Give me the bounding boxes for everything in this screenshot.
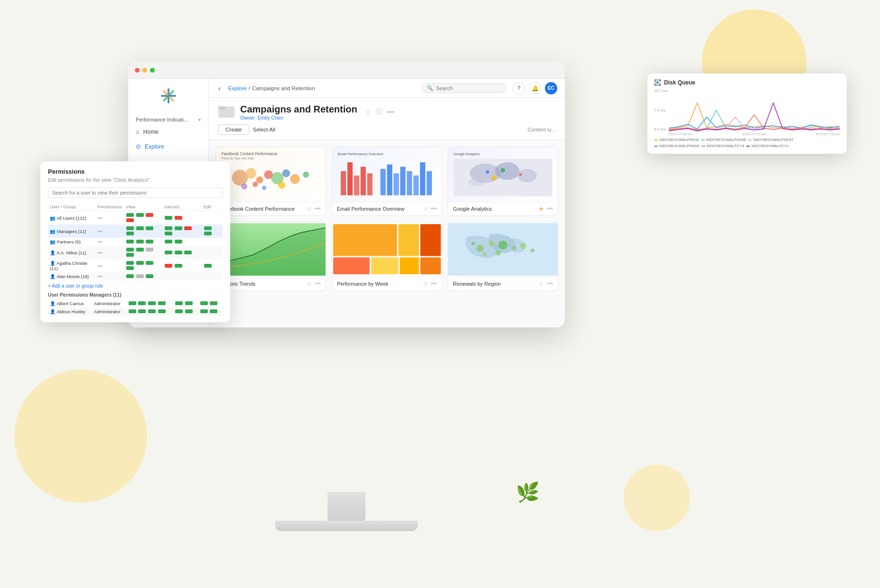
svg-rect-28 [393,173,399,195]
perm-row-managers[interactable]: 👥 Managers (11) ••• [48,224,223,238]
explore-icon: ⊙ [136,143,141,150]
badge-i2 [175,240,182,243]
card-google-more[interactable]: ••• [547,205,553,212]
svg-point-55 [498,241,507,250]
owner-name[interactable]: Emily Chen [258,115,283,121]
badge-i1 [175,309,183,313]
create-button[interactable]: Create [218,124,249,135]
dq-x-labels: 8/15/19 5:40 am 8/15/19 5:35 am 8/15/19 … [668,132,840,136]
user-perms-label: User Permissions Managers (11) [48,292,223,298]
card-google-star[interactable]: ★ [539,205,544,212]
user-icon: 👥 [50,239,56,244]
card-facebook[interactable]: Facebook Content Performance Posts by Ty… [215,147,326,216]
star-title-icon[interactable]: ☆ [365,108,371,116]
card-email-star[interactable]: ☆ [423,205,428,212]
search-box[interactable]: 🔍 [421,83,507,93]
sidebar-item-home[interactable]: ⌂ Home [128,124,208,139]
row-dots[interactable]: ••• [97,274,103,279]
svg-text:Posts by Type and Date: Posts by Type and Date [221,157,254,160]
user-perms-section: User Permissions Managers (11) 👤 Albert … [48,292,223,316]
svg-point-37 [495,162,520,180]
browser-dot-minimize[interactable] [142,68,147,73]
card-email-footer: Email Performance Overview ☆ ••• [332,202,442,215]
card-facebook-more[interactable]: ••• [315,205,321,212]
badge-i1 [165,251,172,254]
legend-dot-3 [748,140,752,140]
sidebar-item-explore[interactable]: ⊙ Explore [128,139,208,154]
row-dots[interactable]: ••• [97,263,103,269]
perm-row-all-users[interactable]: 👥 All Users (122) ••• [48,211,223,225]
select-all-button[interactable]: Select All [253,127,275,132]
svg-point-17 [253,182,258,187]
add-user-link[interactable]: + Add a user or group rule [48,283,223,289]
badge-i2 [185,301,193,305]
app-right: ‹ Explore / Campaigns and Retention 🔍 [209,79,565,327]
row-dots[interactable]: ••• [97,250,103,255]
col-permissions: Permissions [95,203,124,211]
card-performance-week-footer: Performance by Week ☆ ••• [332,277,442,290]
perm-row-agatha[interactable]: 👤 Agatha Christie (11) ••• [48,259,223,272]
card-renewals-more[interactable]: ••• [547,280,553,287]
search-input[interactable] [436,85,498,91]
browser-dot-close[interactable] [135,68,140,73]
dq-y-labels: 15.7 ms 7.0 ms 0.0 ms [654,89,667,131]
card-historic-more[interactable]: ••• [315,280,321,287]
badge-i1 [165,226,172,230]
card-historic-footer: Historic Trends ☆ ••• [216,277,326,290]
card-historic-thumb [216,222,326,277]
card-performance-week-thumb [332,222,442,277]
card-google-thumb: Google Analytics [448,147,558,202]
user-icon: 👥 [50,215,56,221]
badge-v3 [148,301,156,305]
card-email-thumb: Email Performance Overview [332,147,442,202]
info-icon[interactable]: ⓘ [376,108,383,116]
card-historic[interactable]: Historic Trends ☆ ••• [215,222,326,291]
perm-row-aa-milne[interactable]: 👤 A.A. Milne (11) ••• [48,246,223,259]
row-name: Managers (11) [57,229,86,234]
badge-v2 [136,261,144,265]
svg-point-13 [282,169,290,177]
user-icon: 👤 [50,301,56,306]
breadcrumb-explore[interactable]: Explore [228,85,247,91]
svg-point-18 [262,186,266,190]
card-email[interactable]: Email Performance Overview [332,147,442,216]
row-dots[interactable]: ••• [97,229,103,234]
row-dots[interactable]: ••• [97,239,103,244]
permissions-panel: Permissions Edit permissions for the vie… [40,161,230,322]
badge-e2 [210,301,217,305]
more-options-icon[interactable]: ••• [387,108,394,116]
card-google[interactable]: Google Analytics [448,147,558,216]
notifications-button[interactable]: 🔔 [529,82,541,94]
badge-i1 [165,216,172,220]
svg-point-57 [520,243,526,249]
badge-e1 [200,301,208,305]
back-button[interactable]: ‹ [216,84,223,92]
badge-v3 [146,274,153,278]
help-button[interactable]: ? [513,82,525,94]
user-perm-albert[interactable]: 👤 Albert Camus Administrator [48,299,223,308]
user-avatar[interactable]: EC [545,82,557,94]
perm-row-alan-moore[interactable]: 👤 Alan Moore (19) ••• [48,272,223,280]
svg-point-59 [482,252,487,257]
card-historic-star[interactable]: ☆ [307,280,312,287]
card-facebook-star[interactable]: ☆ [307,205,312,212]
card-facebook-thumb: Facebook Content Performance Posts by Ty… [216,147,326,202]
card-performance-week-more[interactable]: ••• [431,280,437,287]
badge-v1 [126,261,134,265]
user-perm-aldous[interactable]: 👤 Aldous Huxley Administrator [48,308,223,316]
page-header: Campaigns and Retention Owner Emily Chen… [209,98,565,140]
card-performance-week-title: Performance by Week [337,281,420,287]
svg-rect-25 [367,173,372,195]
card-performance-week[interactable]: Performance by Week ☆ ••• [332,222,442,291]
row-name: A.A. Milne (11) [56,250,86,255]
browser-dot-maximize[interactable] [150,68,155,73]
card-performance-week-star[interactable]: ☆ [423,280,428,287]
row-dots[interactable]: ••• [97,215,103,221]
card-renewals[interactable]: Renewals by Region ☆ ••• [448,222,558,291]
card-email-more[interactable]: ••• [431,205,437,212]
card-renewals-title: Renewals by Region [453,281,536,287]
sidebar-nav-label[interactable]: Performance Indicati... ▾ [128,115,208,124]
permissions-search[interactable] [48,187,223,198]
card-renewals-star[interactable]: ☆ [539,280,544,287]
perm-row-partners[interactable]: 👥 Partners (9) ••• [48,238,223,246]
